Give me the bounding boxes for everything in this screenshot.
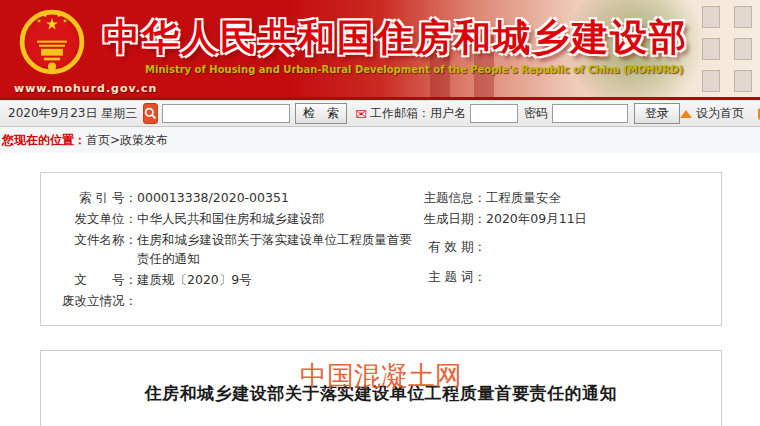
- search-icon-button[interactable]: [143, 103, 158, 124]
- meta-row-keywords: 主 题 词：: [414, 267, 711, 286]
- meta-label: 废改立情况：: [51, 291, 137, 310]
- meta-row-issuing-unit: 发文单位： 中华人民共和国住房和城乡建设部: [51, 209, 414, 228]
- meta-row-doc-number: 文 号： 建质规〔2020〕9号: [51, 270, 414, 289]
- page: www.mohurd.gov.cn 中华人民共和国住房和城乡建设部 Minist…: [0, 0, 760, 426]
- search-submit-button[interactable]: 检 索: [295, 103, 347, 124]
- meta-value: [137, 291, 414, 310]
- site-url: www.mohurd.gov.cn: [14, 82, 157, 95]
- document-meta-box: 索 引 号： 000013338/2020-00351 发文单位： 中华人民共和…: [40, 172, 722, 326]
- meta-column-right: 主题信息： 工程质量安全 生成日期： 2020年09月11日 有 效 期： 主 …: [414, 188, 711, 312]
- meta-value: [486, 237, 711, 256]
- mail-envelope-icon: ✉: [355, 107, 367, 121]
- breadcrumb-prefix: 您现在的位置：: [2, 132, 86, 149]
- breadcrumb-path[interactable]: 首页>政策发布: [86, 132, 168, 149]
- watermark-text: 中国混凝土网: [300, 358, 462, 394]
- header-building-windows: [702, 6, 752, 92]
- meta-row-index-number: 索 引 号： 000013338/2020-00351: [51, 188, 414, 207]
- meta-label: 生成日期：: [414, 209, 486, 228]
- password-label: 密码: [524, 105, 548, 122]
- work-mail-username-label: 工作邮箱：用户名: [370, 105, 466, 122]
- national-emblem-icon: [18, 6, 86, 82]
- meta-label: 文件名称：: [51, 230, 137, 268]
- meta-label: 有 效 期：: [414, 237, 486, 256]
- meta-row-validity: 有 效 期：: [414, 237, 711, 256]
- meta-label: 文 号：: [51, 270, 137, 289]
- password-input[interactable]: [552, 104, 628, 123]
- magnifier-icon: [144, 107, 157, 120]
- meta-label: 发文单位：: [51, 209, 137, 228]
- set-home-link[interactable]: 设为首页: [696, 105, 744, 122]
- site-header: www.mohurd.gov.cn 中华人民共和国住房和城乡建设部 Minist…: [0, 0, 760, 100]
- meta-value: 工程质量安全: [486, 188, 711, 207]
- meta-value: 中华人民共和国住房和城乡建设部: [137, 209, 414, 228]
- meta-row-repeal-status: 废改立情况：: [51, 291, 414, 310]
- date-text: 2020年9月23日 星期三: [8, 105, 137, 122]
- site-title: 中华人民共和国住房和城乡建设部: [103, 13, 688, 63]
- meta-label: 主题信息：: [414, 188, 486, 207]
- meta-value: 000013338/2020-00351: [137, 188, 414, 207]
- meta-label: 主 题 词：: [414, 267, 486, 286]
- site-subtitle-english: Ministry of Housing and Urban-Rural Deve…: [145, 64, 683, 75]
- username-input[interactable]: [470, 104, 518, 123]
- meta-row-file-name: 文件名称： 住房和城乡建设部关于落实建设单位工程质量首要责任的通知: [51, 230, 414, 268]
- search-input[interactable]: [162, 104, 290, 123]
- meta-column-left: 索 引 号： 000013338/2020-00351 发文单位： 中华人民共和…: [51, 188, 414, 312]
- set-home-icon: [680, 110, 692, 118]
- meta-value: 住房和城乡建设部关于落实建设单位工程质量首要责任的通知: [137, 230, 414, 268]
- document-title-box: 中国混凝土网 住房和城乡建设部关于落实建设单位工程质量首要责任的通知: [40, 350, 722, 426]
- breadcrumb: 您现在的位置： 首页>政策发布: [0, 127, 760, 153]
- meta-row-topic-info: 主题信息： 工程质量安全: [414, 188, 711, 207]
- meta-value: 建质规〔2020〕9号: [137, 270, 414, 289]
- meta-value: [486, 267, 711, 286]
- toolbar: 2020年9月23日 星期三 检 索 ✉ 工作邮箱：用户名 密码 登录 设为首页…: [0, 100, 760, 127]
- meta-label: 索 引 号：: [51, 188, 137, 207]
- login-button[interactable]: 登录: [634, 103, 680, 124]
- meta-value: 2020年09月11日: [486, 209, 711, 228]
- meta-row-generated-date: 生成日期： 2020年09月11日: [414, 209, 711, 228]
